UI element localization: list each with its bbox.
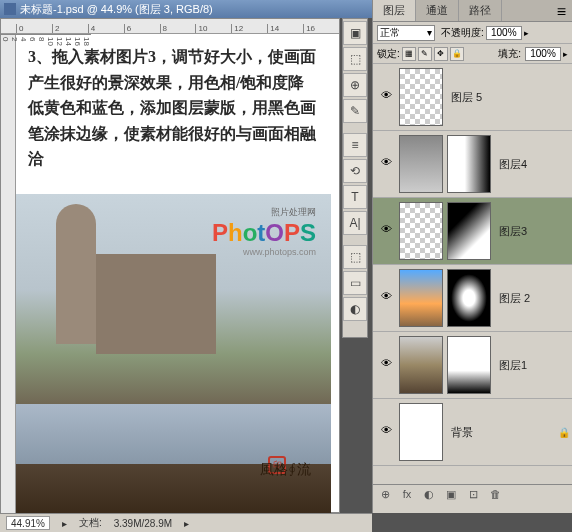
ruler-tick: 4: [88, 24, 124, 33]
chevron-down-icon: ▾: [427, 27, 432, 38]
vtool-button-6[interactable]: T: [343, 185, 367, 209]
layers-list[interactable]: 👁图层 5👁图层4👁图层3👁图层 2👁图层1👁背景🔒: [373, 64, 572, 484]
lock-transparency-icon[interactable]: ▦: [402, 47, 416, 61]
statusbar: 44.91% ▸ 文档: 3.39M/28.9M ▸: [0, 513, 372, 532]
layer-footer-button-4[interactable]: ⊡: [465, 488, 481, 504]
canvas-area: 0246810121416 024681012141618 印 風格∮流 3、拖…: [0, 18, 340, 513]
watermark-url: www.photops.com: [212, 247, 316, 257]
layer-name-label[interactable]: 图层1: [499, 358, 527, 373]
vertical-toolbar: ▣⬚⊕✎≡⟲TA|⬚▭◐: [342, 18, 368, 338]
fill-label: 填充:: [498, 47, 521, 61]
instruction-text: 3、拖入素材图片3，调节好大小，使画面产生很好的景深效果，用色相/饱和度降低黄色…: [16, 34, 331, 182]
canvas-content[interactable]: 印 風格∮流 3、拖入素材图片3，调节好大小，使画面产生很好的景深效果，用色相/…: [16, 34, 331, 514]
visibility-eye-icon[interactable]: 👁: [378, 357, 394, 373]
watermark-subtitle: 照片处理网: [212, 206, 316, 219]
lock-position-icon[interactable]: ✥: [434, 47, 448, 61]
layer-thumbnail[interactable]: [399, 202, 443, 260]
lock-pixels-icon[interactable]: ✎: [418, 47, 432, 61]
layer-row[interactable]: 👁图层1: [373, 332, 572, 399]
vtool-button-1[interactable]: ⬚: [343, 47, 367, 71]
layer-footer-button-5[interactable]: 🗑: [487, 488, 503, 504]
lock-row: 锁定: ▦ ✎ ✥ 🔒 填充: 100% ▸: [373, 44, 572, 64]
vtool-button-3[interactable]: ✎: [343, 99, 367, 123]
layer-thumbnail[interactable]: [399, 269, 443, 327]
blend-mode-select[interactable]: 正常 ▾: [377, 25, 435, 41]
ruler-tick: 6: [124, 24, 160, 33]
vtool-button-9[interactable]: ▭: [343, 271, 367, 295]
visibility-eye-icon[interactable]: 👁: [378, 156, 394, 172]
layer-mask-thumbnail[interactable]: [447, 202, 491, 260]
castle-tower: [56, 204, 96, 344]
layer-row[interactable]: 👁图层 5: [373, 64, 572, 131]
opacity-label: 不透明度:: [441, 26, 484, 40]
layer-row[interactable]: 👁图层 2: [373, 265, 572, 332]
visibility-eye-icon[interactable]: 👁: [378, 89, 394, 105]
ruler-tick: 16: [303, 24, 339, 33]
layer-footer-button-2[interactable]: ◐: [421, 488, 437, 504]
ruler-tick: 0: [1, 34, 10, 82]
ruler-vertical[interactable]: 024681012141618: [1, 34, 16, 514]
vtool-button-7[interactable]: A|: [343, 211, 367, 235]
layer-thumbnail[interactable]: [399, 68, 443, 126]
layer-name-label[interactable]: 图层 5: [451, 90, 482, 105]
doc-size-value: 3.39M/28.9M: [114, 518, 172, 529]
ruler-horizontal[interactable]: 0246810121416: [1, 19, 339, 34]
panel-menu-icon[interactable]: ≡: [551, 0, 572, 21]
opacity-input[interactable]: 100%: [486, 26, 522, 40]
tab-layers[interactable]: 图层: [373, 0, 416, 21]
ruler-tick: 0: [16, 24, 52, 33]
water-reflection: [16, 404, 331, 464]
vtool-button-8[interactable]: ⬚: [343, 245, 367, 269]
layer-mask-thumbnail[interactable]: [447, 336, 491, 394]
layer-row[interactable]: 👁背景🔒: [373, 399, 572, 466]
chevron-icon[interactable]: ▸: [184, 518, 189, 529]
blend-mode-row: 正常 ▾ 不透明度: 100% ▸: [373, 22, 572, 44]
panel-tabs: 图层 通道 路径 ≡: [373, 0, 572, 22]
visibility-eye-icon[interactable]: 👁: [378, 424, 394, 440]
tab-paths[interactable]: 路径: [459, 0, 502, 21]
watermark: 照片处理网 PhotOPS www.photops.com: [212, 206, 316, 257]
tab-channels[interactable]: 通道: [416, 0, 459, 21]
ps-doc-icon: [4, 3, 16, 15]
castle-building: [96, 254, 216, 354]
layer-footer-button-0[interactable]: ⊕: [377, 488, 393, 504]
layer-mask-thumbnail[interactable]: [447, 135, 491, 193]
ruler-tick: 8: [160, 24, 196, 33]
chevron-icon[interactable]: ▸: [563, 49, 568, 59]
ruler-tick: 14: [267, 24, 303, 33]
chevron-icon[interactable]: ▸: [62, 518, 67, 529]
ruler-tick: 12: [231, 24, 267, 33]
layer-thumbnail[interactable]: [399, 336, 443, 394]
layer-footer-button-3[interactable]: ▣: [443, 488, 459, 504]
layer-name-label[interactable]: 图层3: [499, 224, 527, 239]
signature-text: 風格∮流: [260, 461, 311, 479]
layer-name-label[interactable]: 图层 2: [499, 291, 530, 306]
layer-row[interactable]: 👁图层4: [373, 131, 572, 198]
watermark-logo: PhotOPS: [212, 219, 316, 247]
layer-thumbnail[interactable]: [399, 403, 443, 461]
ruler-tick: 2: [52, 24, 88, 33]
blend-mode-value: 正常: [380, 26, 400, 40]
layer-thumbnail[interactable]: [399, 135, 443, 193]
layer-footer: ⊕fx◐▣⊡🗑: [373, 484, 572, 506]
vtool-button-10[interactable]: ◐: [343, 297, 367, 321]
layer-row[interactable]: 👁图层3: [373, 198, 572, 265]
fill-input[interactable]: 100%: [525, 47, 561, 61]
layers-panel: 图层 通道 路径 ≡ 正常 ▾ 不透明度: 100% ▸ 锁定: ▦ ✎ ✥ 🔒…: [372, 0, 572, 513]
visibility-eye-icon[interactable]: 👁: [378, 223, 394, 239]
visibility-eye-icon[interactable]: 👁: [378, 290, 394, 306]
chevron-icon[interactable]: ▸: [524, 28, 529, 38]
lock-label: 锁定:: [377, 47, 400, 61]
layer-name-label[interactable]: 图层4: [499, 157, 527, 172]
layer-name-label[interactable]: 背景: [451, 425, 473, 440]
titlebar-text: 未标题-1.psd @ 44.9% (图层 3, RGB/8): [20, 2, 213, 17]
lock-all-icon[interactable]: 🔒: [450, 47, 464, 61]
vtool-button-0[interactable]: ▣: [343, 21, 367, 45]
layer-mask-thumbnail[interactable]: [447, 269, 491, 327]
vtool-button-4[interactable]: ≡: [343, 133, 367, 157]
zoom-field[interactable]: 44.91%: [6, 516, 50, 530]
vtool-button-2[interactable]: ⊕: [343, 73, 367, 97]
vtool-button-5[interactable]: ⟲: [343, 159, 367, 183]
doc-size-label: 文档:: [79, 516, 102, 530]
layer-footer-button-1[interactable]: fx: [399, 488, 415, 504]
